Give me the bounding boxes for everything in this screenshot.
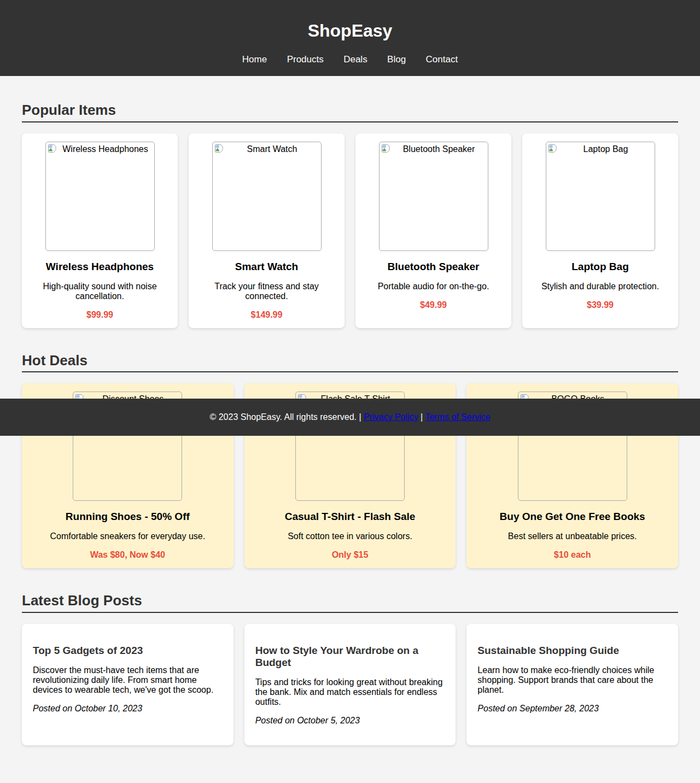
blog-heading: Latest Blog Posts	[22, 593, 678, 613]
blog-post-title: Top 5 Gadgets of 2023	[33, 645, 223, 657]
deal-description: Comfortable sneakers for everyday use.	[30, 531, 225, 541]
broken-image-icon	[548, 144, 557, 153]
product-price: $149.99	[197, 310, 336, 320]
product-name: Smart Watch	[197, 261, 336, 273]
deal-description: Soft cotton tee in various colors.	[253, 531, 448, 541]
product-price: $39.99	[530, 300, 670, 310]
privacy-policy-link[interactable]: Privacy Policy	[364, 412, 418, 422]
section-hot-deals: Hot Deals Discount Shoes Running Shoes -…	[22, 353, 678, 569]
product-card: Smart Watch Smart Watch Track your fitne…	[189, 133, 345, 328]
nav-link[interactable]: Products	[287, 54, 324, 65]
hot-deals-heading: Hot Deals	[22, 353, 678, 373]
blog-post-card: Top 5 Gadgets of 2023 Discover the must-…	[22, 624, 234, 745]
broken-image-icon	[381, 144, 390, 153]
footer-separator: |	[421, 412, 423, 422]
deal-price: Was $80, Now $40	[30, 550, 225, 560]
blog-post-card: Sustainable Shopping Guide Learn how to …	[466, 624, 678, 745]
blog-post-title: Sustainable Shopping Guide	[477, 645, 667, 657]
broken-image-icon	[214, 144, 224, 153]
copyright-text: © 2023 ShopEasy. All rights reserved.	[209, 412, 357, 422]
footer-separator: |	[359, 412, 361, 422]
product-description: Stylish and durable protection.	[530, 282, 670, 291]
product-description: High-quality sound with noise cancellati…	[30, 282, 170, 301]
product-image-placeholder: Bluetooth Speaker	[379, 142, 488, 251]
product-card: Wireless Headphones Wireless Headphones …	[22, 133, 178, 328]
app-footer: © 2023 ShopEasy. All rights reserved. | …	[0, 399, 700, 436]
main-nav: Home Products Deals Blog Contact	[0, 54, 700, 65]
product-price: $99.99	[30, 310, 170, 320]
app-header: ShopEasy Home Products Deals Blog Contac…	[0, 0, 700, 76]
blog-post-excerpt: Learn how to make eco-friendly choices w…	[477, 665, 667, 695]
product-card: Bluetooth Speaker Bluetooth Speaker Port…	[355, 133, 511, 328]
deal-name: Casual T-Shirt - Flash Sale	[253, 511, 448, 523]
nav-item: Deals	[343, 54, 367, 65]
product-name: Wireless Headphones	[30, 261, 170, 273]
product-description: Track your fitness and stay connected.	[197, 282, 336, 301]
blog-grid: Top 5 Gadgets of 2023 Discover the must-…	[22, 624, 678, 745]
section-blog: Latest Blog Posts Top 5 Gadgets of 2023 …	[22, 593, 678, 745]
blog-post-date: Posted on September 28, 2023	[477, 704, 667, 714]
product-image-placeholder: Smart Watch	[212, 142, 322, 251]
deal-description: Best sellers at unbeatable prices.	[475, 531, 670, 541]
blog-post-excerpt: Tips and tricks for looking great withou…	[255, 677, 445, 707]
blog-post-title: How to Style Your Wardrobe on a Budget	[255, 645, 445, 669]
nav-item: Contact	[426, 54, 458, 65]
popular-items-grid: Wireless Headphones Wireless Headphones …	[22, 133, 678, 328]
product-image-alt: Laptop Bag	[546, 142, 655, 154]
product-name: Bluetooth Speaker	[364, 261, 503, 273]
blog-post-date: Posted on October 5, 2023	[255, 716, 445, 726]
blog-post-card: How to Style Your Wardrobe on a Budget T…	[244, 624, 456, 745]
deal-name: Running Shoes - 50% Off	[30, 511, 225, 523]
nav-link[interactable]: Home	[242, 54, 267, 65]
product-description: Portable audio for on-the-go.	[364, 282, 503, 291]
section-popular-items: Popular Items Wireless Headphones Wirele…	[22, 102, 678, 328]
blog-post-date: Posted on October 10, 2023	[33, 704, 223, 714]
deal-name: Buy One Get One Free Books	[475, 511, 670, 523]
footer-text: © 2023 ShopEasy. All rights reserved. | …	[0, 412, 700, 422]
popular-items-heading: Popular Items	[22, 102, 678, 122]
nav-item: Blog	[387, 54, 406, 65]
nav-list: Home Products Deals Blog Contact	[0, 54, 700, 65]
nav-item: Products	[287, 54, 324, 65]
blog-post-excerpt: Discover the must-have tech items that a…	[33, 665, 223, 695]
product-image-placeholder: Wireless Headphones	[45, 142, 155, 251]
deal-price: $10 each	[475, 550, 670, 560]
product-image-alt: Smart Watch	[213, 142, 321, 154]
nav-item: Home	[242, 54, 267, 65]
product-price: $49.99	[364, 300, 503, 310]
site-title: ShopEasy	[0, 21, 700, 41]
product-image-placeholder: Laptop Bag	[546, 142, 655, 251]
product-image-alt: Wireless Headphones	[46, 142, 154, 154]
nav-link[interactable]: Deals	[343, 54, 367, 65]
terms-of-service-link[interactable]: Terms of Service	[425, 412, 490, 422]
deal-price: Only $15	[253, 550, 448, 560]
broken-image-icon	[48, 144, 57, 153]
product-card: Laptop Bag Laptop Bag Stylish and durabl…	[522, 133, 678, 328]
product-name: Laptop Bag	[530, 261, 670, 273]
nav-link[interactable]: Blog	[387, 54, 406, 65]
product-image-alt: Bluetooth Speaker	[380, 142, 488, 154]
nav-link[interactable]: Contact	[426, 54, 458, 65]
